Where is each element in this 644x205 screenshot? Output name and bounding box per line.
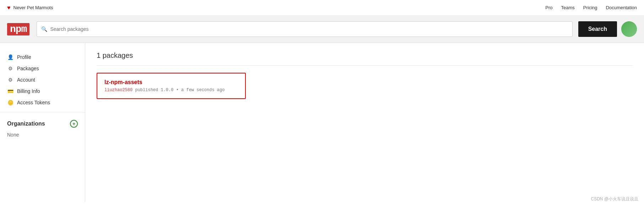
heart-icon: ♥ (7, 5, 11, 11)
search-bar-container: 🔍 (37, 21, 572, 37)
npm-logo: npm (7, 23, 29, 35)
sidebar-item-packages[interactable]: ⚙ Packages (0, 63, 85, 74)
package-meta: liuzhao2580 published 1.0.0 • a few seco… (104, 88, 238, 93)
sidebar-account-label: Account (17, 77, 35, 83)
packages-count-title: 1 packages (97, 51, 633, 66)
top-nav-left: ♥ Never Pet Marmots (7, 5, 53, 11)
nav-pricing-link[interactable]: Pricing (583, 5, 597, 10)
search-input[interactable] (50, 26, 568, 32)
sidebar-packages-label: Packages (17, 66, 39, 71)
package-published: published 1.0.0 • a few seconds ago (135, 88, 224, 93)
sidebar-orgs-none: None (0, 131, 85, 139)
org-add-button[interactable]: + (70, 120, 78, 128)
account-icon: ⚙ (7, 77, 13, 83)
sidebar-user-section: 👤 Profile ⚙ Packages ⚙ Account 💳 Billing… (0, 51, 85, 108)
nav-teams-link[interactable]: Teams (561, 5, 575, 10)
search-icon: 🔍 (41, 26, 47, 32)
package-name: lz-npm-assets (104, 79, 238, 85)
sidebar-profile-label: Profile (17, 54, 31, 60)
sidebar-orgs-title: Organizations (7, 121, 45, 127)
brand-name: Never Pet Marmots (13, 5, 53, 10)
main-content: 1 packages lz-npm-assets liuzhao2580 pub… (85, 43, 644, 202)
top-nav-right: Pro Teams Pricing Documentation (545, 5, 637, 10)
sidebar-item-account[interactable]: ⚙ Account (0, 74, 85, 85)
billing-icon: 💳 (7, 88, 13, 94)
package-card[interactable]: lz-npm-assets liuzhao2580 published 1.0.… (97, 73, 246, 99)
sidebar-divider (0, 112, 85, 113)
tokens-icon: 🪙 (7, 100, 13, 105)
top-nav: ♥ Never Pet Marmots Pro Teams Pricing Do… (0, 0, 644, 16)
main-layout: 👤 Profile ⚙ Packages ⚙ Account 💳 Billing… (0, 43, 644, 202)
sidebar-item-billing[interactable]: 💳 Billing Info (0, 85, 85, 97)
nav-docs-link[interactable]: Documentation (606, 5, 637, 10)
package-author: liuzhao2580 (104, 88, 132, 93)
nav-pro-link[interactable]: Pro (545, 5, 552, 10)
sidebar: 👤 Profile ⚙ Packages ⚙ Account 💳 Billing… (0, 43, 85, 202)
search-button[interactable]: Search (578, 21, 617, 37)
profile-icon: 👤 (7, 54, 13, 60)
sidebar-item-tokens[interactable]: 🪙 Access Tokens (0, 97, 85, 108)
sidebar-item-profile[interactable]: 👤 Profile (0, 51, 85, 63)
sidebar-orgs-header: Organizations + (0, 117, 85, 131)
avatar-image (621, 21, 637, 37)
sidebar-billing-label: Billing Info (17, 88, 40, 94)
search-header: npm 🔍 Search (0, 16, 644, 43)
sidebar-tokens-label: Access Tokens (17, 100, 50, 105)
avatar[interactable] (621, 21, 637, 37)
packages-icon: ⚙ (7, 66, 13, 71)
footer-note: CSDN @小火车说且说且 (591, 196, 638, 202)
